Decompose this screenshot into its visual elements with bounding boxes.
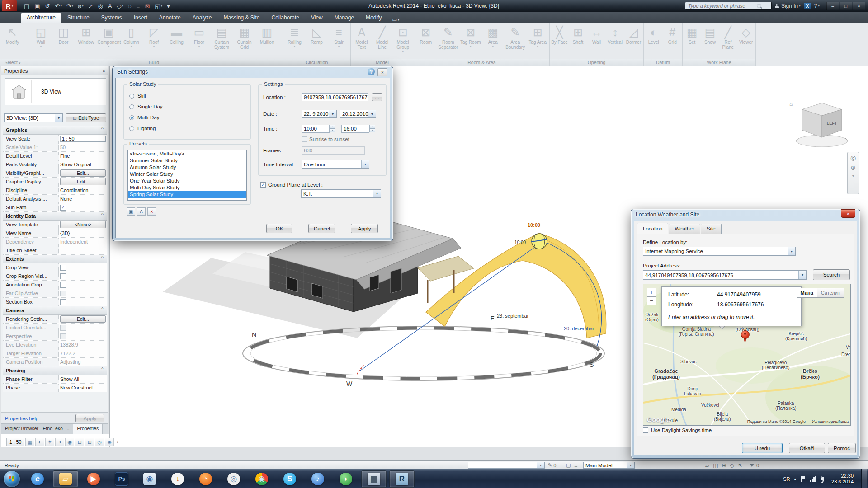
steering-wheel-icon[interactable]: ◎: [850, 154, 856, 161]
cancel-button[interactable]: Cancel: [308, 224, 335, 233]
view-cube[interactable]: LEFT ⌂: [789, 101, 848, 147]
volume-icon[interactable]: [820, 477, 824, 481]
nero-icon[interactable]: ◎: [227, 473, 240, 485]
temporary-hide-isolate-icon[interactable]: ◎: [95, 438, 104, 446]
chrome-icon[interactable]: ◉: [255, 473, 268, 485]
type-selector-dropdown[interactable]: 3D View: {3D}▾: [4, 113, 63, 122]
viewcube-home-icon[interactable]: ⌂: [789, 101, 793, 107]
search-icon[interactable]: [757, 4, 761, 8]
search-input[interactable]: [687, 3, 757, 9]
help-icon[interactable]: ?: [368, 68, 375, 75]
open-icon[interactable]: ▤: [22, 1, 32, 11]
customize-qat-icon[interactable]: ▾: [165, 1, 173, 11]
select-links-icon[interactable]: ▱: [705, 462, 709, 469]
help-search-input[interactable]: [685, 2, 772, 10]
show-hidden-icons-icon[interactable]: ▴: [794, 477, 797, 481]
workset-dropdown[interactable]: ▾: [468, 462, 545, 469]
view-scale[interactable]: View Scale 1 : 50 1 : 50 1 : 50: [3, 135, 107, 143]
project-address-combo[interactable]: 44,917049407959,18,6067695617676▾: [643, 270, 807, 280]
default-3d-view-icon[interactable]: ◇▾: [115, 1, 126, 11]
time-to-spinner[interactable]: ▴▾: [369, 125, 375, 132]
properties-header[interactable]: Properties ×: [1, 66, 108, 75]
switch-windows-icon[interactable]: ◱▾: [152, 1, 165, 11]
default-analysis[interactable]: Default Analysis ... None None None: [3, 195, 107, 203]
network-icon[interactable]: [810, 476, 816, 482]
terms-link[interactable]: Услови коришћења: [812, 419, 849, 424]
show-desktop-button[interactable]: [861, 469, 867, 488]
section-icon[interactable]: ◌: [126, 1, 134, 11]
viewbar-collapse-icon[interactable]: ‹: [117, 440, 118, 445]
Analyze[interactable]: Analyze: [187, 13, 218, 23]
media-player-icon[interactable]: ◉: [143, 473, 156, 485]
radio-still[interactable]: Still: [129, 93, 146, 99]
title-on-sheet[interactable]: Title on Sheet: [3, 246, 107, 255]
aligned-dimension-icon[interactable]: ↗: [86, 1, 96, 11]
visibility-graphics[interactable]: Visibility/Graphi... Edit... Edit... Edi…: [3, 169, 107, 178]
sun-path-icon[interactable]: ☀: [45, 438, 54, 446]
start-button[interactable]: [4, 471, 20, 487]
graphic-display-options[interactable]: Graphic Display ... Edit... Edit... Edit…: [3, 178, 107, 186]
time-from-field[interactable]: 10:00: [302, 125, 330, 133]
eye-elevation[interactable]: Eye Elevation 13828.9 13828.9 13828.9: [3, 341, 107, 349]
photoshop-icon[interactable]: Ps: [115, 472, 128, 486]
daylight-savings-checkbox[interactable]: Use Daylight Savings time: [643, 427, 712, 433]
detail-level[interactable]: Detail Level Fine Fine Fine: [3, 152, 107, 160]
close-icon[interactable]: ×: [841, 209, 855, 218]
Architecture[interactable]: Architecture: [21, 13, 61, 23]
cancel-button[interactable]: Otkaži: [789, 443, 825, 453]
jdownloader-icon[interactable]: ↓: [171, 473, 184, 485]
preset-item[interactable]: Autumn Solar Study: [128, 164, 246, 171]
close-icon[interactable]: ×: [103, 68, 105, 74]
ok-button[interactable]: OK: [266, 224, 292, 233]
annotation-crop[interactable]: Annotation Crop: [3, 281, 107, 289]
help-button[interactable]: Pomoć: [828, 443, 856, 453]
select-pinned-icon[interactable]: ⊞: [722, 462, 726, 469]
apply-button[interactable]: Apply: [351, 224, 378, 233]
select-underlay-icon[interactable]: ◫: [713, 462, 718, 469]
Modify[interactable]: Modify: [360, 13, 387, 23]
view-name[interactable]: View Name {3D} {3D} {3D}: [3, 229, 107, 238]
ok-button[interactable]: U redu: [742, 443, 783, 453]
palette-tab[interactable]: Properties: [73, 424, 103, 434]
ground-level-dropdown[interactable]: K.T.▾: [301, 189, 381, 198]
crop-view-icon[interactable]: ⊡: [75, 438, 84, 446]
section-identity[interactable]: Identity Data ^: [3, 212, 107, 221]
exchange-apps-icon[interactable]: X: [804, 3, 811, 9]
section-camera[interactable]: Camera ^: [3, 306, 107, 315]
filter-icon[interactable]: :0: [750, 462, 759, 469]
preset-item[interactable]: Spring Solar Study: [128, 191, 246, 198]
section-graphics[interactable]: Graphics ^: [3, 126, 107, 135]
map-type-satellite-button[interactable]: Сателит: [817, 288, 844, 298]
sunrise-to-sunset-checkbox[interactable]: Sunrise to sunset: [302, 136, 349, 142]
firefox-icon[interactable]: ◔: [199, 473, 212, 485]
sun-path[interactable]: Sun Path ✓: [3, 203, 107, 212]
map[interactable]: Odžak (Оџак)Gornja Slatina (Горња Слатин…: [643, 284, 851, 426]
apply-button[interactable]: Apply: [75, 414, 104, 422]
close-button[interactable]: ×: [853, 2, 865, 10]
time-from-spinner[interactable]: ▴▾: [330, 125, 335, 132]
crop-region-visible[interactable]: Crop Region Visi...: [3, 272, 107, 281]
itunes-icon[interactable]: ♪: [311, 473, 324, 485]
thin-lines-icon[interactable]: ≡: [134, 1, 143, 11]
sign-in-button[interactable]: Sign In▾: [775, 3, 801, 9]
winamp-icon[interactable]: ▶: [87, 473, 100, 485]
parts-visibility[interactable]: Parts Visibility Show Original Show Orig…: [3, 160, 107, 169]
scale-value[interactable]: Scale Value 1: 50 50 50: [3, 143, 107, 152]
exclude-options-icon[interactable]: ▢: [566, 462, 571, 468]
search-button[interactable]: Search: [813, 269, 850, 280]
date-to-field[interactable]: 20.12.2010▾: [340, 110, 376, 118]
help-icon[interactable]: ?▾: [814, 3, 820, 9]
location-browse-button[interactable]: ...: [372, 93, 382, 101]
section-box[interactable]: Section Box: [3, 298, 107, 306]
preset-item[interactable]: Winter Solar Study: [128, 171, 246, 178]
preset-item[interactable]: <In-session, Multi-Day>: [128, 150, 246, 157]
phase[interactable]: Phase New Construct... New Construct... …: [3, 384, 107, 392]
far-clip-active[interactable]: Far Clip Active: [3, 289, 107, 298]
Massing & Site[interactable]: Massing & Site: [218, 13, 266, 23]
properties-help-link[interactable]: Properties help: [5, 416, 38, 421]
undo-icon[interactable]: ↶▾: [53, 1, 64, 11]
dependency[interactable]: Dependency Independent Independent Indep…: [3, 238, 107, 246]
crop-view[interactable]: Crop View: [3, 263, 107, 272]
minimize-button[interactable]: –: [826, 2, 839, 10]
rendering-dialog-icon[interactable]: ◉: [65, 438, 74, 446]
